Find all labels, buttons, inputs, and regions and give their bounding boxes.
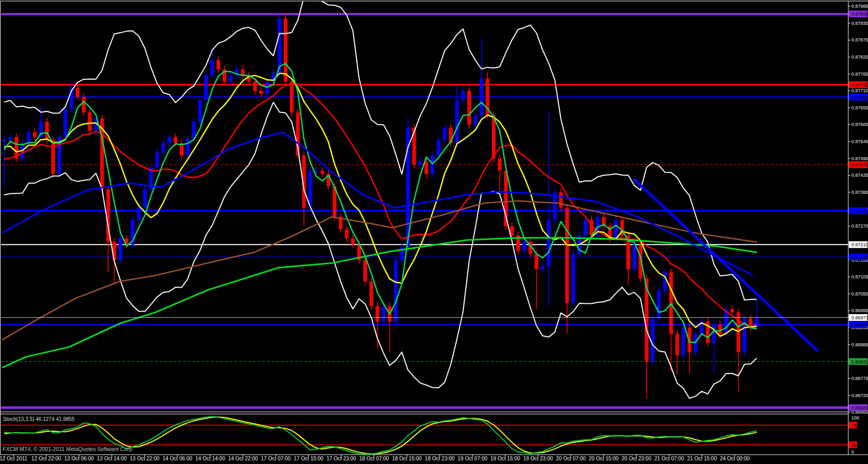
candle-body-bear	[467, 91, 471, 124]
price-tick-label: 0.86885	[851, 342, 868, 347]
candle-body-bear	[669, 272, 673, 334]
time-tick-label: 14 Oct 06:00	[163, 456, 193, 461]
price-tick-label: 0.87820	[851, 54, 868, 60]
price-tick-label: 0.87655	[851, 105, 868, 110]
candle-body-bear	[559, 192, 563, 208]
candle-body-bull	[278, 19, 282, 73]
time-tick-label: 19 Oct 15:00	[491, 456, 521, 461]
price-marker-label: 0.86973	[851, 315, 868, 320]
price-marker-label: 0.87960	[851, 11, 868, 17]
time-tick-label: 19 Oct 07:00	[458, 456, 488, 461]
time-tick-label: 14 Oct 14:00	[195, 456, 226, 461]
candle-body-bull	[461, 91, 465, 100]
candle-body-bear	[76, 88, 79, 97]
candle-body-bear	[676, 334, 679, 356]
price-tick-label: 0.87380	[851, 190, 868, 195]
candle-body-bull	[27, 132, 31, 143]
candle-body-bear	[351, 238, 355, 245]
price-marker-label: 0.87730	[851, 82, 868, 88]
mt4-chart-window: 0.879850.879300.878750.878200.877650.877…	[0, 0, 868, 464]
price-tick-label: 0.87435	[851, 173, 868, 178]
price-marker-label: 0.86830	[851, 359, 868, 364]
main-chart-surface[interactable]	[1, 1, 848, 410]
chart-canvas[interactable]: 0.879850.879300.878750.878200.877650.877…	[0, 0, 868, 464]
candle-body-bull	[571, 254, 575, 303]
time-tick-label: 13 Oct 06:00	[64, 456, 94, 461]
candle-body-bull	[161, 143, 165, 152]
price-marker-label: 0.87320	[851, 208, 868, 214]
candle-body-bear	[345, 229, 348, 238]
time-tick-label: 18 Oct 07:00	[359, 456, 389, 461]
candle-body-bull	[143, 189, 147, 208]
candle-body-bear	[718, 325, 722, 334]
price-tick-label: 0.87710	[851, 88, 868, 93]
price-tick-label: 0.87545	[851, 139, 868, 144]
candle-body-bull	[651, 318, 654, 361]
price-tick-label: 0.87270	[851, 223, 868, 229]
time-tick-label: 21 Oct 07:00	[654, 456, 684, 461]
candle-body-bull	[657, 291, 661, 318]
price-marker-label: 0.87690	[851, 95, 868, 100]
candle-body-bear	[88, 113, 92, 131]
candle-body-bull	[663, 272, 667, 291]
candle-body-bull	[473, 116, 477, 125]
candle-body-bull	[443, 128, 446, 140]
time-tick-label: 12 Oct 2011	[0, 456, 27, 461]
time-tick-label: 20 Oct 07:00	[556, 456, 586, 461]
candle-body-bear	[113, 242, 116, 260]
candle-body-bull	[614, 220, 618, 238]
candle-body-bull	[211, 60, 214, 76]
candle-body-bull	[167, 137, 171, 143]
candle-body-bear	[375, 306, 379, 321]
candle-body-bull	[431, 156, 435, 174]
candle-body-bear	[535, 254, 538, 270]
candle-body-bear	[425, 162, 428, 174]
price-tick-label: 0.87985	[851, 4, 868, 9]
time-tick-label: 17 Oct 07:00	[261, 456, 291, 461]
price-tick-label: 0.87105	[851, 274, 868, 279]
candle-body-bull	[64, 109, 67, 137]
candle-body-bear	[370, 282, 373, 306]
price-marker-label: 0.87470	[851, 162, 868, 167]
copyright-text: FXCM MT4, © 2001-2011 MetaQuotes Softwar…	[3, 446, 134, 452]
candle-body-bear	[290, 81, 293, 112]
candle-body-bull	[394, 260, 398, 322]
candle-body-bull	[418, 162, 422, 165]
candle-body-bear	[492, 116, 496, 159]
time-tick-label: 20 Oct 23:00	[622, 456, 652, 461]
time-tick-label: 13 Oct 22:00	[130, 456, 160, 461]
candle-body-bull	[455, 100, 459, 143]
candle-body-bear	[45, 122, 49, 140]
candle-body-bear	[259, 91, 263, 94]
candle-body-bull	[3, 140, 6, 142]
candle-body-bull	[694, 334, 697, 353]
candle-body-bear	[320, 171, 324, 174]
price-tick-label: 0.87050	[851, 291, 868, 297]
candle-body-bull	[547, 220, 551, 266]
candle-body-bull	[229, 76, 232, 82]
price-tick-label: 0.87490	[851, 156, 868, 161]
time-tick-label: 19 Oct 23:00	[523, 456, 553, 461]
price-tick-label: 0.86720	[851, 393, 868, 398]
stoch-level-marker-label: 25	[851, 443, 857, 448]
price-marker-label: 0.87210	[851, 242, 868, 247]
price-tick-label: 0.87765	[851, 72, 868, 77]
time-tick-label: 24 Oct 00:00	[720, 456, 750, 461]
time-tick-label: 18 Oct 15:00	[392, 456, 422, 461]
price-marker-label: 0.86950	[851, 322, 868, 328]
candle-body-bull	[265, 81, 269, 94]
candle-body-bull	[633, 245, 636, 269]
price-marker-label: 0.87170	[851, 255, 868, 260]
price-tick-label: 0.86995	[851, 308, 868, 313]
stoch-scale-0: 0	[851, 449, 854, 455]
candle-body-bear	[363, 260, 367, 282]
candle-body-bear	[51, 140, 55, 174]
candle-body-bull	[437, 140, 440, 156]
candle-body-bear	[82, 97, 86, 113]
candle-body-bull	[192, 122, 195, 139]
candle-body-bull	[119, 238, 122, 260]
time-tick-label: 18 Oct 23:00	[425, 456, 455, 461]
price-marker-label: 0.86680	[851, 405, 868, 411]
candle-body-bear	[174, 137, 177, 143]
price-tick-label: 0.87930	[851, 21, 868, 26]
